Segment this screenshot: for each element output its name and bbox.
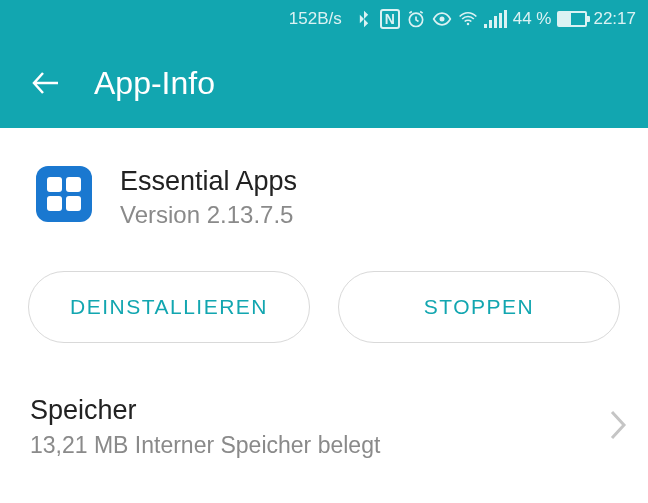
alarm-icon [406, 9, 426, 29]
svg-point-2 [466, 23, 469, 26]
app-version: Version 2.13.7.5 [120, 201, 297, 229]
app-info-row: Essential Apps Version 2.13.7.5 [0, 128, 648, 259]
stop-button[interactable]: STOPPEN [338, 271, 620, 343]
action-buttons: DEINSTALLIEREN STOPPEN [0, 259, 648, 369]
clock: 22:17 [593, 9, 636, 29]
app-bar: App-Info [0, 38, 648, 128]
nfc-icon: N [380, 9, 400, 29]
storage-item[interactable]: Speicher 13,21 MB Interner Speicher bele… [0, 369, 648, 459]
app-name: Essential Apps [120, 166, 297, 197]
chevron-right-icon [608, 408, 628, 446]
back-button[interactable] [28, 65, 64, 101]
storage-subtitle: 13,21 MB Interner Speicher belegt [30, 432, 380, 459]
status-bar: 152B/s N 44 % 22:17 [0, 0, 648, 38]
network-speed: 152B/s [289, 9, 342, 29]
grid-icon [47, 177, 81, 211]
storage-title: Speicher [30, 395, 380, 426]
storage-text: Speicher 13,21 MB Interner Speicher bele… [30, 395, 380, 459]
app-text: Essential Apps Version 2.13.7.5 [120, 166, 297, 229]
page-title: App-Info [94, 65, 215, 102]
bluetooth-icon [354, 9, 374, 29]
wifi-icon [458, 9, 478, 29]
svg-point-1 [439, 17, 444, 22]
app-icon [36, 166, 92, 222]
battery-icon [557, 11, 587, 27]
status-icons: N 44 % 22:17 [354, 9, 636, 29]
battery-percent: 44 % [513, 9, 552, 29]
arrow-left-icon [28, 65, 64, 101]
uninstall-button[interactable]: DEINSTALLIEREN [28, 271, 310, 343]
eye-protection-icon [432, 9, 452, 29]
signal-icon [484, 10, 507, 28]
